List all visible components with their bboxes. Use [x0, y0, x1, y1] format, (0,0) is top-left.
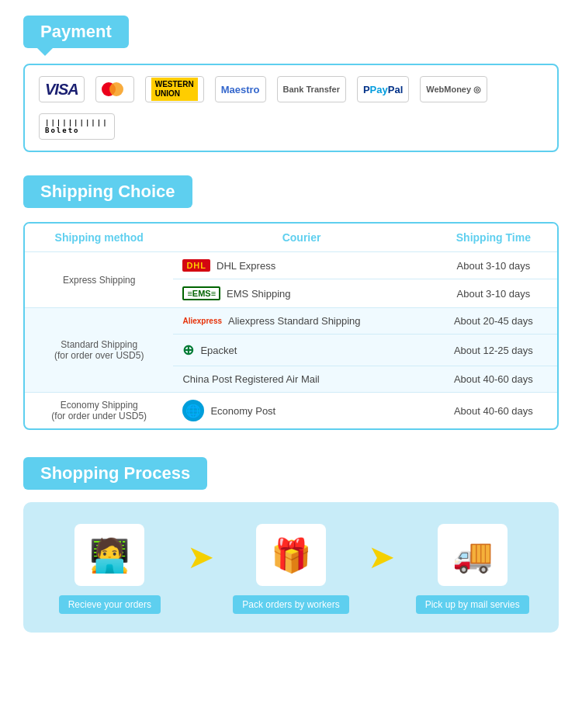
pickup-label: Pick up by mail servies	[416, 595, 529, 614]
aliexpress-time: About 20-45 days	[430, 308, 557, 335]
payment-methods-box: VISA WESTERNUNION Maestro Bank Transfer …	[23, 64, 559, 152]
table-row: Express Shipping DHL DHL Express About 3…	[25, 252, 557, 279]
dhl-name: DHL Express	[217, 260, 275, 272]
receive-orders-label: Recieve your orders	[59, 595, 161, 614]
webmoney-label: WebMoney ◎	[426, 85, 481, 95]
payment-mastercard	[95, 76, 134, 102]
economy-time: About 40-60 days	[430, 393, 557, 429]
aliexpress-courier: Aliexpress Aliexpress Standard Shipping	[173, 308, 429, 335]
pickup-icon: 🚚	[438, 524, 508, 586]
aliexpress-logo: Aliexpress	[182, 317, 222, 325]
economy-courier: 🌐 Economy Post	[173, 393, 429, 429]
economy-name: Economy Post	[210, 405, 275, 417]
ems-time: About 3-10 days	[430, 279, 557, 308]
epacket-logo: ⊕	[182, 341, 194, 359]
chinapost-courier: China Post Registered Air Mail	[173, 366, 429, 393]
table-row: Standard Shipping(for order over USD5) A…	[25, 308, 557, 335]
payment-webmoney: WebMoney ◎	[420, 76, 487, 102]
boleto-barcode: |||||||||||Boleto	[45, 119, 109, 134]
process-step-2: 🎁 Pack orders by workers	[220, 524, 362, 614]
shipping-table: Shipping method Courier Shipping Time Ex…	[23, 222, 559, 430]
epacket-time: About 12-25 days	[430, 335, 557, 366]
ems-logo: ≡EMS≡	[182, 286, 220, 300]
payment-maestro: Maestro	[215, 76, 266, 102]
chinapost-time: About 40-60 days	[430, 366, 557, 393]
un-logo: 🌐	[182, 400, 204, 421]
express-shipping-label: Express Shipping	[25, 252, 173, 308]
payment-paypal: PPayPal	[357, 76, 409, 102]
payment-western-union: WESTERNUNION	[145, 76, 204, 102]
shopping-process-section: Shopping Process 🧑‍💻 Recieve your orders…	[0, 442, 582, 640]
arrow-icon-2: ➤	[368, 538, 395, 576]
pack-orders-label: Pack orders by workers	[233, 595, 348, 614]
receive-orders-icon: 🧑‍💻	[74, 524, 144, 586]
process-step-1: 🧑‍💻 Recieve your orders	[39, 524, 181, 614]
table-row: Economy Shipping(for order under USD5) 🌐…	[25, 393, 557, 429]
western-union-logo: WESTERNUNION	[151, 78, 198, 101]
paypal-logo: PPayPal	[363, 84, 403, 95]
pack-orders-icon: 🎁	[256, 524, 326, 586]
standard-shipping-label: Standard Shipping(for order over USD5)	[25, 308, 173, 393]
economy-shipping-label: Economy Shipping(for order under USD5)	[25, 393, 173, 429]
shipping-title: Shipping Choice	[23, 175, 192, 208]
mastercard-logo	[102, 81, 128, 98]
shipping-header-courier: Courier	[173, 224, 429, 252]
ems-name: EMS Shipping	[227, 288, 290, 300]
dhl-time: About 3-10 days	[430, 252, 557, 279]
aliexpress-name: Aliexpress Standard Shipping	[228, 315, 361, 327]
epacket-name: Epacket	[200, 345, 237, 356]
shopping-process-title: Shopping Process	[23, 457, 207, 490]
arrow-icon-1: ➤	[187, 538, 214, 576]
payment-section: Payment VISA WESTERNUNION Maestro Bank T…	[0, 0, 582, 164]
payment-bank-transfer: Bank Transfer	[277, 76, 346, 102]
epacket-courier: ⊕ Epacket	[173, 335, 429, 366]
visa-logo: VISA	[45, 81, 78, 99]
dhl-courier: DHL DHL Express	[173, 252, 429, 279]
shipping-header-time: Shipping Time	[430, 224, 557, 252]
payment-visa: VISA	[39, 76, 85, 102]
process-steps-box: 🧑‍💻 Recieve your orders ➤ 🎁 Pack orders …	[23, 502, 559, 633]
ems-courier: ≡EMS≡ EMS Shipping	[173, 279, 429, 308]
bank-transfer-label: Bank Transfer	[283, 85, 340, 94]
payment-boleto: |||||||||||Boleto	[39, 113, 115, 140]
payment-title: Payment	[23, 16, 129, 48]
chinapost-name: China Post Registered Air Mail	[182, 373, 319, 385]
process-step-3: 🚚 Pick up by mail servies	[401, 524, 543, 614]
shipping-section: Shipping Choice Shipping method Courier …	[0, 164, 582, 442]
maestro-logo: Maestro	[221, 84, 260, 95]
shipping-header-method: Shipping method	[25, 224, 173, 252]
dhl-logo: DHL	[182, 259, 210, 272]
